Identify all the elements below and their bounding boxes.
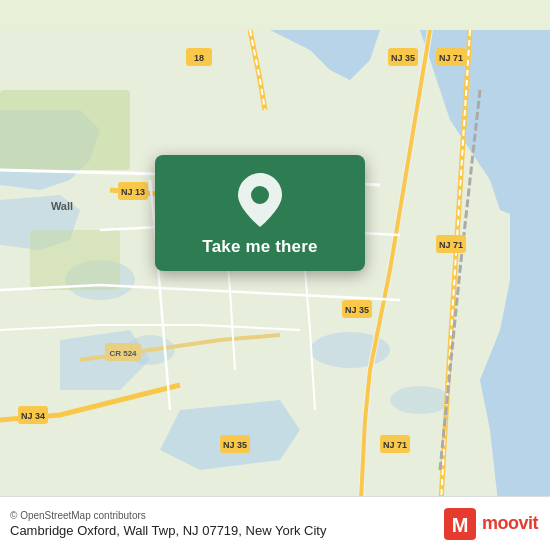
svg-text:NJ 71: NJ 71 xyxy=(383,440,407,450)
svg-point-28 xyxy=(251,186,269,204)
address-label: Cambridge Oxford, Wall Twp, NJ 07719, Ne… xyxy=(10,523,326,538)
svg-rect-6 xyxy=(30,230,120,290)
moovit-m-icon: M xyxy=(444,508,476,540)
map-background: 18 NJ 35 NJ 71 NJ 71 NJ 13 NJ 35 NJ 35 N… xyxy=(0,0,550,550)
svg-text:NJ 34: NJ 34 xyxy=(21,411,45,421)
svg-text:NJ 35: NJ 35 xyxy=(345,305,369,315)
svg-text:NJ 71: NJ 71 xyxy=(439,53,463,63)
moovit-logo: M moovit xyxy=(444,508,538,540)
map-pin-icon xyxy=(238,173,282,227)
location-card: Take me there xyxy=(155,155,365,271)
svg-text:CR 524: CR 524 xyxy=(109,349,137,358)
svg-text:NJ 35: NJ 35 xyxy=(223,440,247,450)
svg-text:M: M xyxy=(452,514,469,536)
map-attribution: © OpenStreetMap contributors xyxy=(10,510,326,521)
svg-text:NJ 71: NJ 71 xyxy=(439,240,463,250)
svg-point-4 xyxy=(390,386,450,414)
map-container: 18 NJ 35 NJ 71 NJ 71 NJ 13 NJ 35 NJ 35 N… xyxy=(0,0,550,550)
svg-text:Wall: Wall xyxy=(51,200,73,212)
svg-text:NJ 35: NJ 35 xyxy=(391,53,415,63)
bottom-left: © OpenStreetMap contributors Cambridge O… xyxy=(10,510,326,538)
svg-text:NJ 13: NJ 13 xyxy=(121,187,145,197)
bottom-bar: © OpenStreetMap contributors Cambridge O… xyxy=(0,496,550,550)
svg-rect-5 xyxy=(0,90,130,170)
svg-text:18: 18 xyxy=(194,53,204,63)
take-me-there-button[interactable]: Take me there xyxy=(202,237,317,257)
moovit-brand-text: moovit xyxy=(482,513,538,534)
